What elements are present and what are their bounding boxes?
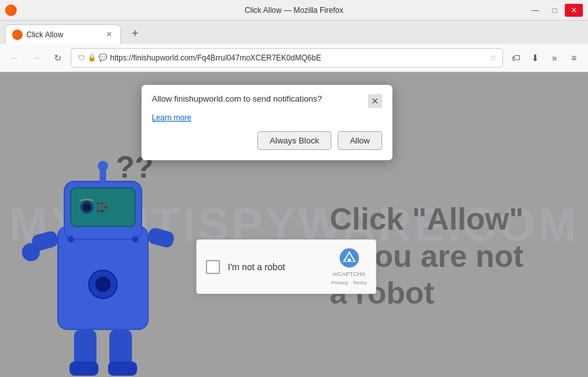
titlebar-left bbox=[5, 5, 17, 16]
recaptcha-logo-icon bbox=[339, 248, 360, 268]
notification-popup: Allow finishupworld.com to send notifica… bbox=[142, 85, 392, 160]
svg-rect-13 bbox=[104, 210, 107, 212]
popup-close-button[interactable]: ✕ bbox=[368, 94, 382, 108]
recaptcha-widget: I'm not a robot reCAPTCHA Privacy - Term… bbox=[196, 239, 376, 294]
recaptcha-terms-link[interactable]: Terms bbox=[353, 280, 367, 286]
menu-button[interactable]: ≡ bbox=[565, 49, 583, 67]
tab-title: Click Allow bbox=[26, 30, 100, 39]
forward-button[interactable]: → bbox=[27, 49, 45, 67]
url-text: https://finishupworld.com/Fq4Brrul047moX… bbox=[110, 53, 487, 62]
tab-favicon-icon bbox=[12, 30, 23, 40]
svg-rect-10 bbox=[104, 206, 107, 208]
page-text-line1: Click "Allow" bbox=[329, 201, 524, 238]
recaptcha-checkbox[interactable] bbox=[206, 260, 220, 274]
active-tab[interactable]: Click Allow ✕ bbox=[5, 24, 121, 44]
tabbar: Click Allow ✕ + bbox=[0, 21, 588, 44]
lock-icon: 🔒 bbox=[87, 53, 96, 62]
bookmark-icon[interactable]: ☆ bbox=[490, 53, 497, 62]
address-security-icons: 🛡 🔒 💬 bbox=[77, 53, 107, 62]
svg-rect-6 bbox=[100, 202, 104, 205]
svg-point-25 bbox=[68, 236, 74, 243]
recaptcha-privacy-link[interactable]: Privacy bbox=[331, 280, 348, 286]
close-button[interactable]: ✕ bbox=[565, 4, 583, 17]
svg-rect-9 bbox=[100, 206, 104, 208]
svg-point-24 bbox=[95, 277, 111, 292]
svg-rect-21 bbox=[69, 362, 98, 376]
svg-rect-11 bbox=[96, 210, 100, 212]
svg-rect-5 bbox=[96, 202, 100, 205]
firefox-logo-icon bbox=[5, 5, 17, 16]
svg-point-4 bbox=[83, 203, 91, 211]
learn-more-link[interactable]: Learn more bbox=[152, 113, 382, 122]
address-bar[interactable]: 🛡 🔒 💬 https://finishupworld.com/Fq4Brrul… bbox=[71, 48, 503, 68]
titlebar: Click Allow — Mozilla Firefox — □ ✕ bbox=[0, 0, 588, 21]
new-tab-button[interactable]: + bbox=[126, 24, 144, 42]
reload-button[interactable]: ↻ bbox=[49, 49, 67, 67]
page-content: MYANTISPYWARE.COM bbox=[0, 72, 588, 377]
popup-header: Allow finishupworld.com to send notifica… bbox=[152, 94, 382, 108]
svg-rect-18 bbox=[147, 226, 176, 249]
svg-rect-7 bbox=[104, 202, 107, 205]
svg-rect-12 bbox=[100, 210, 104, 212]
recaptcha-brand-text: reCAPTCHA bbox=[333, 271, 365, 277]
svg-point-17 bbox=[22, 243, 40, 261]
svg-point-26 bbox=[132, 236, 138, 243]
window-title: Click Allow — Mozilla Firefox bbox=[244, 6, 343, 15]
overflow-button[interactable]: » bbox=[546, 49, 564, 67]
svg-point-15 bbox=[98, 161, 108, 171]
minimize-button[interactable]: — bbox=[526, 4, 544, 17]
tab-close-button[interactable]: ✕ bbox=[104, 30, 114, 40]
popup-action-buttons: Always Block Allow bbox=[152, 131, 382, 150]
navbar: ← → ↻ 🛡 🔒 💬 https://finishupworld.com/Fq… bbox=[0, 44, 588, 72]
recaptcha-left: I'm not a robot bbox=[206, 260, 285, 274]
notification-question-text: Allow finishupworld.com to send notifica… bbox=[152, 94, 368, 104]
pocket-button[interactable]: 🏷 bbox=[507, 49, 525, 67]
back-button[interactable]: ← bbox=[5, 49, 23, 67]
nav-right-buttons: 🏷 ⬇ » ≡ bbox=[507, 49, 583, 67]
shield-icon: 🛡 bbox=[77, 53, 86, 62]
svg-rect-22 bbox=[108, 362, 137, 376]
allow-button[interactable]: Allow bbox=[338, 131, 382, 150]
maximize-button[interactable]: □ bbox=[546, 4, 564, 17]
chat-icon: 💬 bbox=[98, 53, 107, 62]
titlebar-controls: — □ ✕ bbox=[526, 4, 583, 17]
svg-rect-8 bbox=[96, 206, 100, 208]
recaptcha-right: reCAPTCHA Privacy - Terms bbox=[331, 248, 367, 286]
always-block-button[interactable]: Always Block bbox=[257, 131, 331, 150]
recaptcha-links: Privacy - Terms bbox=[331, 280, 367, 286]
recaptcha-label: I'm not a robot bbox=[228, 262, 285, 272]
svg-point-28 bbox=[347, 259, 351, 262]
downloads-button[interactable]: ⬇ bbox=[526, 49, 544, 67]
robot-illustration bbox=[19, 124, 187, 377]
